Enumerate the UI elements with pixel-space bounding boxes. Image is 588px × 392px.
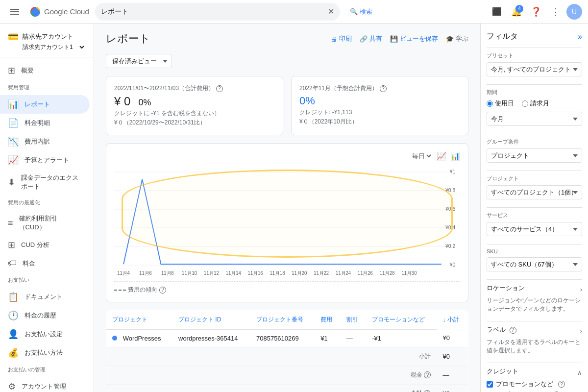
more-options-btn[interactable]: ⋮ [547, 3, 564, 21]
footer-subtotal-val: ¥0 [437, 347, 468, 366]
sidebar-item-pricing[interactable]: 🏷 料金 [0, 254, 90, 272]
stat1-period: 2022/11/01〜2022/11/03（合計費用） ? [114, 84, 275, 93]
print-icon: 🖨 [331, 35, 337, 43]
page-title: レポート [106, 31, 150, 46]
col-project-id: プロジェクト ID [172, 311, 250, 330]
label-info-icon[interactable]: ? [510, 327, 516, 334]
preset-select[interactable]: 今月, すべてのプロジェクト [487, 62, 582, 76]
main-content: レポート 🖨 印刷 🔗 共有 💾 ビューを保存 [94, 24, 480, 392]
period-select[interactable]: 今月 [487, 112, 582, 126]
svg-text:11月14: 11月14 [226, 270, 242, 276]
svg-text:¥1: ¥1 [449, 169, 456, 174]
help-btn[interactable]: ❓ [527, 3, 545, 21]
breakdown-icon: 📉 [8, 136, 19, 147]
svg-text:11月8: 11月8 [161, 270, 174, 276]
save-icon: 💾 [390, 35, 398, 43]
sidebar-item-overview[interactable]: ⊞ 概要 [0, 61, 90, 80]
user-avatar[interactable]: U [566, 4, 582, 20]
group-section: グループ条件 プロジェクト [487, 134, 582, 163]
col-subtotal: ↓ 小計 [437, 311, 468, 329]
stat1-label: クレジットに -¥1 を含む税を含まない） [114, 109, 275, 118]
sidebar-item-payment-method[interactable]: 💰 お支払い方法 [0, 343, 90, 362]
notification-btn[interactable]: 🔔 4 [508, 3, 525, 21]
account-icon: ⚙ [8, 381, 16, 392]
stat-card-forecast: 2022年11月（予想合計費用） ? 0% クレジット: -¥1,113 ¥０（… [291, 76, 468, 135]
google-cloud-logo: Google Cloud [29, 6, 89, 18]
cloud-shell-icon-btn[interactable]: ⬛ [488, 3, 506, 21]
search-icon: 🔍 [350, 8, 358, 15]
footer-total-val: ¥0 [437, 384, 468, 392]
footer-subtotal-label: 小計 [366, 347, 437, 366]
chart-interval-select[interactable]: 毎日 [410, 152, 433, 160]
period-billing-radio[interactable] [522, 100, 528, 107]
label-header[interactable]: ラベル ? › [487, 321, 582, 336]
billing-account-select[interactable]: 請求先アカウント1 [21, 43, 86, 51]
chart-trend: 費用の傾向 ? [114, 281, 460, 294]
sidebar-item-billing-history[interactable]: 🕐 料金の履歴 [0, 306, 90, 325]
filter-expand-icon[interactable]: » [578, 32, 582, 41]
filter-title: フィルタ » [487, 31, 582, 42]
chart-line-icon-btn[interactable]: 📈 [437, 151, 446, 161]
project-select[interactable]: すべてのプロジェクト（1個） [487, 185, 582, 199]
label-expand-icon[interactable]: › [580, 327, 582, 335]
sidebar-item-cud-analysis[interactable]: ⊞ CUD 分析 [0, 236, 90, 254]
saved-view-select[interactable]: 保存済みビュー [106, 54, 172, 68]
sidebar-item-cud[interactable]: ≡ 確約利用割引（CUD） [0, 210, 90, 236]
share-action[interactable]: 🔗 共有 [360, 34, 382, 43]
promo-etc-checkbox-label[interactable]: プロモーションなど ? [487, 380, 582, 389]
period-radio-billing[interactable]: 請求月 [522, 99, 549, 108]
period-section: 期間 使用日 請求月 今月 [487, 84, 582, 126]
sidebar-item-documents[interactable]: 📋 ドキュメント [0, 288, 90, 306]
credit-collapse-icon[interactable]: ∧ [577, 369, 582, 376]
stat1-pct: 0% [138, 98, 151, 108]
stat2-info-icon[interactable]: ? [380, 85, 387, 92]
sidebar-item-account-management[interactable]: ⚙ アカウント管理 [0, 377, 90, 392]
search-input[interactable] [101, 8, 328, 16]
total-info-icon[interactable]: ? [424, 390, 431, 392]
sidebar-item-payment-settings[interactable]: 👤 お支払い設定 [0, 325, 90, 343]
promo-etc-info-icon[interactable]: ? [558, 381, 565, 388]
sidebar-item-cost-breakdown[interactable]: 📉 費用内訳 [0, 132, 90, 151]
project-label: プロジェクト [487, 171, 582, 182]
stat1-comparison: ¥０（2022/10/29〜2022/10/31比） [114, 119, 275, 127]
sidebar-item-export[interactable]: ⬇ 課金データのエクスポート [0, 170, 90, 195]
stat1-value: ¥ 0 [114, 95, 130, 108]
export-icon: ⬇ [8, 177, 15, 188]
page-header: レポート 🖨 印刷 🔗 共有 💾 ビューを保存 [106, 31, 468, 46]
search-clear-icon[interactable]: ✕ [328, 7, 334, 16]
print-action[interactable]: 🖨 印刷 [331, 34, 352, 43]
cell-promo: -¥1 [366, 329, 437, 347]
learn-action[interactable]: 🎓 学ぶ [446, 34, 468, 43]
preset-section: プリセット 今月, すべてのプロジェクト [487, 48, 582, 76]
more-icon: ⋮ [551, 6, 560, 17]
tax-info-icon[interactable]: ? [424, 371, 431, 378]
save-view-action[interactable]: 💾 ビューを保存 [390, 34, 438, 43]
sku-label: SKU [487, 244, 582, 254]
promo-etc-checkbox[interactable] [487, 381, 493, 388]
period-radio-usage[interactable]: 使用日 [487, 99, 514, 108]
service-select[interactable]: すべてのサービス（4） [487, 222, 582, 236]
group-select[interactable]: プロジェクト [487, 148, 582, 163]
svg-text:11月18: 11月18 [270, 270, 285, 276]
table-row: WordPresses wordpresses-365414 708575610… [106, 329, 468, 347]
location-expand-icon[interactable]: › [580, 286, 582, 293]
location-section: ロケーション › リージョンやゾーンなどのロケーションデータでフィルタします。 [487, 279, 582, 313]
stat1-info-icon[interactable]: ? [216, 85, 223, 92]
billing-icon: 💳 [8, 31, 19, 42]
sidebar-item-budget-alerts[interactable]: 📈 予算とアラート [0, 151, 90, 170]
trend-info-icon[interactable]: ? [159, 287, 166, 294]
sidebar-item-invoice[interactable]: 📄 料金明細 [0, 114, 90, 132]
table-footer-total: 合計 ? ¥0 [106, 384, 468, 392]
hamburger-menu[interactable] [6, 3, 24, 21]
svg-text:11月22: 11月22 [314, 270, 329, 276]
sku-select[interactable]: すべての SKU（67個） [487, 257, 582, 271]
location-header[interactable]: ロケーション › [487, 279, 582, 294]
sidebar-item-report[interactable]: 📊 レポート [0, 95, 90, 114]
period-label: 期間 [487, 84, 582, 96]
chart-bar-icon-btn[interactable]: 📊 [450, 151, 460, 161]
label-section: ラベル ? › フィルタを適用するラベルのキーと値を選択します。 [487, 321, 582, 355]
period-usage-radio[interactable] [487, 100, 493, 107]
cell-subtotal: ¥0 [437, 329, 468, 347]
sort-down-icon[interactable]: ↓ [442, 317, 445, 323]
search-button[interactable]: 🔍 検索 [350, 7, 372, 16]
